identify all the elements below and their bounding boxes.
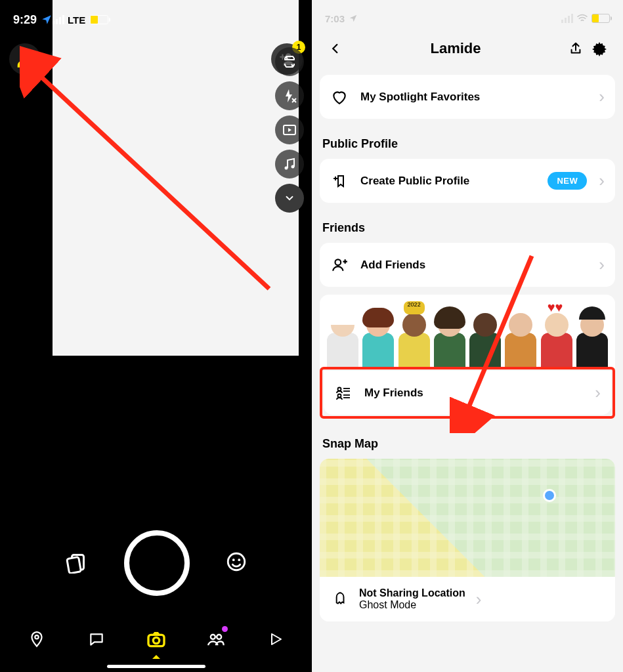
- avatar: [327, 305, 358, 368]
- avatar: [469, 305, 501, 368]
- my-friends-highlight: My Friends ›: [320, 367, 615, 419]
- signal-icon: [561, 14, 573, 23]
- public-profile-section: Public Profile: [322, 137, 612, 151]
- chevron-right-icon: ›: [476, 589, 482, 610]
- chat-icon: [88, 631, 105, 648]
- camera-tools: [275, 47, 304, 213]
- signal-icon: [53, 15, 64, 24]
- svg-point-20: [335, 259, 341, 265]
- nav-map[interactable]: [24, 626, 50, 652]
- status-time-right: 7:03: [325, 13, 345, 24]
- nav-spotlight[interactable]: [263, 626, 289, 652]
- map-location-dot: [543, 489, 556, 502]
- profile-title: Lamide: [347, 40, 564, 57]
- stories-notification-dot: [222, 626, 228, 632]
- bookmark-plus-icon: [330, 172, 349, 190]
- memories-button[interactable]: [65, 550, 89, 576]
- svg-point-12: [238, 558, 240, 561]
- flash-off-icon: [282, 88, 297, 104]
- ghost-icon: [330, 590, 349, 608]
- home-indicator: [107, 665, 205, 668]
- wifi-icon: [576, 14, 588, 23]
- add-friends-label: Add Friends: [360, 259, 587, 272]
- music-button[interactable]: [275, 150, 304, 178]
- svg-rect-9: [66, 557, 81, 574]
- cards-icon: [65, 550, 89, 574]
- back-button[interactable]: [324, 37, 347, 60]
- chevron-right-icon: ›: [599, 255, 605, 275]
- play-icon: [268, 631, 284, 647]
- profile-button[interactable]: [9, 43, 41, 75]
- location-status-row[interactable]: Not Sharing Location Ghost Mode ›: [320, 577, 615, 621]
- camera-nav-icon: [146, 629, 167, 650]
- nav-camera[interactable]: [143, 626, 169, 652]
- heart-icon: [330, 88, 349, 106]
- shutter-row: [0, 530, 312, 596]
- camera-screen: 9:29 LTE 1: [0, 0, 312, 672]
- profile-screen: 7:03 Lamide My Spotlight Favorites ›: [312, 0, 623, 672]
- my-friends-row[interactable]: My Friends ›: [324, 371, 611, 415]
- nav-chat[interactable]: [83, 626, 110, 652]
- spotlight-label: My Spotlight Favorites: [360, 91, 587, 104]
- snapmap-card[interactable]: Not Sharing Location Ghost Mode ›: [320, 459, 615, 621]
- chevron-right-icon: ›: [599, 87, 605, 107]
- my-friends-label: My Friends: [364, 387, 583, 400]
- snapmap-section: Snap Map: [322, 437, 612, 451]
- status-bar-left: 9:29 LTE: [0, 0, 312, 33]
- flip-camera-icon: [282, 54, 297, 70]
- add-friends-row[interactable]: Add Friends ›: [320, 243, 615, 287]
- emoji-button[interactable]: [225, 551, 247, 576]
- location-subtitle: Ghost Mode: [359, 599, 465, 611]
- avatar-row: 2022 ♥♥: [320, 295, 615, 368]
- network-label: LTE: [68, 14, 85, 26]
- svg-point-17: [217, 635, 221, 639]
- shutter-button[interactable]: [124, 530, 190, 596]
- friends-section: Friends: [322, 221, 612, 235]
- profile-silhouette-icon: [14, 48, 36, 70]
- battery-icon: [90, 15, 108, 24]
- create-public-profile-row[interactable]: Create Public Profile NEW ›: [320, 159, 615, 203]
- flip-camera-button[interactable]: [275, 47, 304, 76]
- friends-avatars-card: 2022 ♥♥: [320, 295, 615, 368]
- location-arrow-icon: [349, 14, 358, 23]
- gear-icon: [591, 41, 607, 56]
- location-arrow-icon: [41, 14, 53, 26]
- people-icon: [207, 630, 225, 648]
- spotlight-favorites-row[interactable]: My Spotlight Favorites ›: [320, 75, 615, 119]
- share-button[interactable]: [564, 37, 588, 60]
- status-right: LTE: [53, 0, 299, 356]
- nav-stories[interactable]: [203, 626, 229, 652]
- chevron-left-icon: [330, 43, 341, 54]
- location-title: Not Sharing Location: [359, 587, 465, 599]
- chevron-right-icon: ›: [595, 383, 601, 403]
- map-pin-icon: [28, 631, 45, 648]
- svg-point-11: [232, 558, 234, 561]
- create-profile-label: Create Public Profile: [360, 175, 536, 188]
- svg-point-24: [338, 394, 341, 397]
- time-text: 9:29: [13, 13, 37, 27]
- svg-point-6: [285, 167, 288, 170]
- new-badge: NEW: [548, 172, 587, 190]
- svg-point-21: [338, 387, 341, 390]
- avatar: [505, 305, 536, 368]
- avatar: [576, 305, 608, 368]
- svg-point-15: [153, 637, 159, 643]
- svg-point-16: [210, 635, 215, 639]
- bottom-nav: [0, 613, 312, 672]
- svg-point-10: [228, 553, 245, 570]
- status-bar-right: 7:03: [312, 0, 623, 30]
- status-time: 9:29: [13, 13, 53, 27]
- friends-list-icon: [334, 384, 353, 402]
- video-button[interactable]: [275, 116, 304, 144]
- more-tools-button[interactable]: [275, 184, 304, 213]
- profile-content[interactable]: My Spotlight Favorites › Public Profile …: [312, 75, 623, 629]
- settings-button[interactable]: [588, 37, 611, 60]
- svg-point-13: [35, 635, 38, 639]
- music-icon: [282, 156, 297, 172]
- video-icon: [282, 122, 297, 138]
- battery-icon: [591, 14, 610, 23]
- flash-button[interactable]: [275, 81, 304, 110]
- chevron-down-icon: [284, 192, 295, 204]
- chevron-right-icon: ›: [599, 171, 605, 191]
- avatar: [434, 305, 465, 368]
